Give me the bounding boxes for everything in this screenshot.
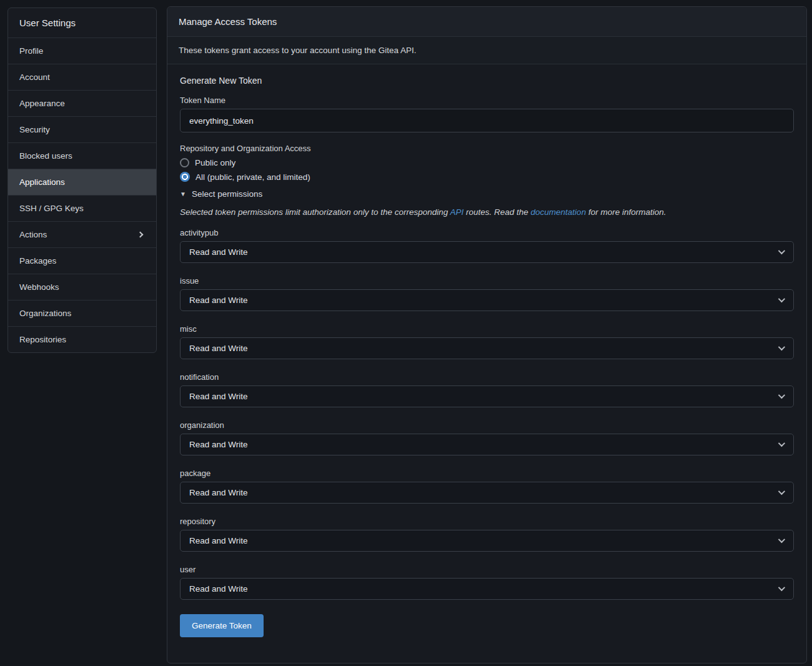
page: User Settings Profile Account Appearance… [0,0,812,666]
token-name-label: Token Name [180,96,794,105]
chevron-down-icon [778,247,785,254]
radio-all-access[interactable]: All (public, private, and limited) [180,172,794,182]
scope-label-organization: organization [180,420,794,430]
triangle-down-icon: ▼ [180,191,186,197]
token-name-input[interactable] [180,109,794,132]
chevron-down-icon [778,344,785,350]
scope-select-value: Read and Write [189,584,248,594]
scope-select-value: Read and Write [189,488,248,497]
scope-select-value: Read and Write [189,440,248,449]
sidebar-item-security[interactable]: Security [8,116,156,142]
sidebar-item-label: Packages [19,256,56,266]
scope-label-repository: repository [180,517,794,526]
scope-label-misc: misc [180,324,794,334]
note-text: Selected token permissions limit authori… [180,207,450,217]
chevron-down-icon [778,296,785,302]
scope-label-user: user [180,565,794,574]
scope-select-value: Read and Write [189,536,248,545]
select-permissions-toggle[interactable]: ▼ Select permissions [180,189,794,199]
scope-label-notification: notification [180,372,794,382]
sidebar-item-appearance[interactable]: Appearance [8,90,156,116]
sidebar-item-blocked-users[interactable]: Blocked users [8,142,156,169]
sidebar-item-packages[interactable]: Packages [8,247,156,274]
panel-title: Manage Access Tokens [167,7,806,37]
scope-select-value: Read and Write [189,392,248,401]
chevron-down-icon [778,488,785,495]
scope-select-activitypub[interactable]: Read and Write [180,241,794,263]
documentation-link[interactable]: documentation [531,207,587,217]
chevron-down-icon [778,584,785,591]
scope-label-issue: issue [180,276,794,286]
access-scope-label: Repository and Organization Access [180,144,794,153]
scope-select-organization[interactable]: Read and Write [180,434,794,455]
chevron-down-icon [778,440,785,447]
radio-checked-icon [180,172,190,182]
sidebar-item-label: Organizations [19,309,71,318]
settings-sidebar: User Settings Profile Account Appearance… [7,7,157,353]
sidebar-item-repositories[interactable]: Repositories [8,326,156,352]
sidebar-item-label: Appearance [19,99,65,108]
chevron-down-icon [778,536,785,543]
sidebar-title: User Settings [8,8,156,37]
scope-select-value: Read and Write [189,344,248,353]
form-heading: Generate New Token [180,76,794,86]
sidebar-item-label: Actions [19,230,47,239]
radio-icon [180,158,189,167]
panel-description: These tokens grant access to your accoun… [167,37,806,64]
sidebar-item-label: SSH / GPG Keys [19,204,84,213]
sidebar-item-ssh-gpg-keys[interactable]: SSH / GPG Keys [8,195,156,221]
generate-token-button[interactable]: Generate Token [180,614,264,637]
radio-public-only[interactable]: Public only [180,158,794,167]
scope-select-misc[interactable]: Read and Write [180,337,794,359]
api-link[interactable]: API [450,207,463,217]
sidebar-item-label: Repositories [19,335,66,344]
select-permissions-label: Select permissions [192,189,262,199]
sidebar-item-account[interactable]: Account [8,64,156,90]
sidebar-item-label: Account [19,72,50,82]
sidebar-item-organizations[interactable]: Organizations [8,300,156,326]
radio-label: All (public, private, and limited) [196,172,310,182]
permissions-note: Selected token permissions limit authori… [180,207,794,217]
sidebar-item-actions[interactable]: Actions [8,221,156,247]
sidebar-item-webhooks[interactable]: Webhooks [8,274,156,300]
scope-select-user[interactable]: Read and Write [180,578,794,600]
sidebar-item-label: Security [19,125,50,134]
scope-select-value: Read and Write [189,296,248,305]
sidebar-item-label: Profile [19,46,43,56]
radio-label: Public only [195,158,235,167]
scope-label-package: package [180,469,794,478]
scope-select-repository[interactable]: Read and Write [180,530,794,552]
scope-select-value: Read and Write [189,247,248,257]
sidebar-item-label: Webhooks [19,282,59,292]
chevron-down-icon [778,392,785,399]
generate-token-form: Generate New Token Token Name Repository… [167,64,806,649]
note-text: for more information. [586,207,666,217]
scope-select-issue[interactable]: Read and Write [180,289,794,311]
scope-select-notification[interactable]: Read and Write [180,385,794,407]
sidebar-item-profile[interactable]: Profile [8,37,156,64]
note-text: routes. Read the [463,207,530,217]
sidebar-item-applications[interactable]: Applications [8,169,156,195]
scope-select-package[interactable]: Read and Write [180,482,794,504]
sidebar-item-label: Applications [19,177,65,187]
manage-access-tokens-panel: Manage Access Tokens These tokens grant … [167,6,807,664]
chevron-right-icon [137,232,144,238]
sidebar-item-label: Blocked users [19,151,72,161]
scope-label-activitypub: activitypub [180,228,794,237]
